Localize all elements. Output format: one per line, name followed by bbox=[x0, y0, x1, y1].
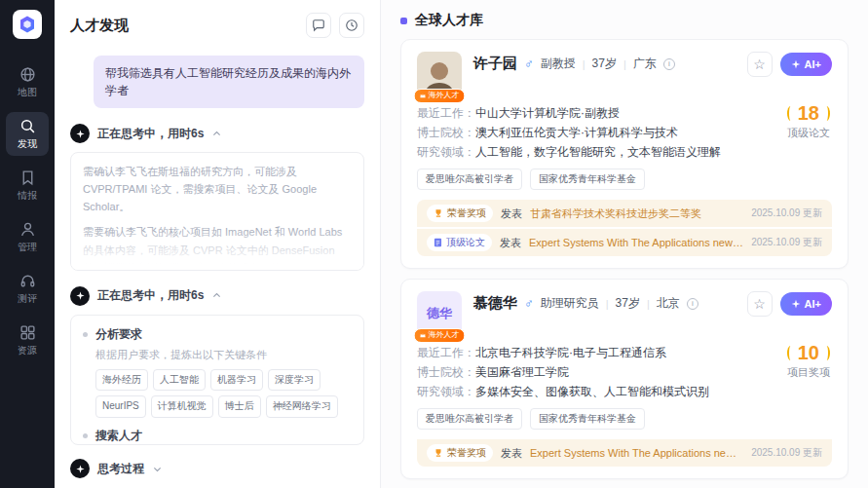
thinking-status-1: 正在思考中，用时6s bbox=[70, 124, 364, 143]
sidebar-item-intel[interactable]: 情报 bbox=[6, 164, 49, 207]
ai-avatar bbox=[70, 459, 90, 478]
sparkle-icon bbox=[791, 299, 801, 309]
honor-badge: 荣誉奖项 bbox=[427, 444, 493, 462]
highlight-row[interactable]: 荣誉奖项 发表 甘肃省科学技术奖科技进步奖二等奖 2025.10.09 更新 bbox=[417, 200, 832, 227]
highlight-time: 2025.10.09 更新 bbox=[751, 236, 822, 249]
talent-pool-panel: 全球人才库 海外人才 许子园 ♂ 副教授 bbox=[381, 0, 868, 488]
thinking-status-text: 正在思考中，用时6s bbox=[97, 287, 204, 304]
highlight-link[interactable]: 甘肃省科学技术奖科技进步奖二等奖 bbox=[530, 206, 743, 221]
metric-label: 项目奖项 bbox=[787, 365, 830, 380]
separator: | bbox=[623, 58, 626, 70]
recent-work-row: 最近工作：北京电子科技学院·电子与工程通信系 bbox=[417, 345, 729, 361]
ai-plus-button[interactable]: AI+ bbox=[780, 292, 832, 316]
phd-school-row: 博士院校：美国麻省理工学院 bbox=[417, 364, 729, 381]
highlight-link[interactable]: Expert Systems With The Applications new… bbox=[529, 236, 743, 250]
sidebar-item-label: 情报 bbox=[18, 189, 37, 203]
laurel-left-icon bbox=[787, 106, 794, 121]
keyword-chip: 神经网络学习 bbox=[266, 395, 338, 418]
thinking-paragraph: 需确认李飞飞在斯坦福的研究方向，可能涉及 CVPR/TPAMI 论文，需搜索项目… bbox=[83, 163, 352, 215]
research-field-row: 研究领域：多媒体安全、图像获取、人工智能和模式识别 bbox=[417, 384, 729, 400]
separator: | bbox=[583, 58, 585, 70]
crown-icon bbox=[420, 93, 427, 99]
keyword-chip: 博士后 bbox=[218, 395, 261, 418]
plan-step-search: 搜索人才 根据关键条件从人才库中筛选人才 bbox=[83, 427, 352, 445]
sidebar-item-map[interactable]: 地图 bbox=[6, 60, 49, 104]
message-icon bbox=[312, 19, 325, 32]
collapse-chevron-icon[interactable] bbox=[211, 129, 222, 139]
highlight-list: 荣誉奖项 发表 甘肃省科学技术奖科技进步奖二等奖 2025.10.09 更新 顶… bbox=[417, 200, 832, 256]
male-icon: ♂ bbox=[524, 56, 534, 71]
separator: | bbox=[647, 298, 650, 310]
highlight-action: 发表 bbox=[501, 206, 522, 221]
talent-name[interactable]: 许子园 bbox=[473, 55, 517, 73]
laurel-left-icon bbox=[787, 346, 794, 360]
highlight-link[interactable]: Expert Systems With The Applications new… bbox=[530, 446, 743, 461]
male-icon: ♂ bbox=[524, 296, 534, 311]
keyword-chip: 计算机视觉 bbox=[151, 395, 213, 418]
honor-badge: 荣誉奖项 bbox=[427, 205, 493, 222]
ai-avatar bbox=[70, 286, 90, 306]
step-bullet bbox=[83, 332, 88, 337]
thinking-process-toggle[interactable]: 思考过程 bbox=[70, 459, 364, 478]
bookmark-icon bbox=[19, 169, 36, 186]
sidebar-item-label: 地图 bbox=[18, 86, 37, 99]
talent-card[interactable]: 海外人才 许子园 ♂ 副教授 | 37岁 | 广东 i ☆ bbox=[400, 39, 849, 269]
thinking-status-text: 正在思考中，用时6s bbox=[97, 126, 204, 142]
honor-tag: 国家优秀青年科学基金 bbox=[530, 408, 645, 430]
trophy-icon bbox=[434, 208, 443, 218]
info-icon[interactable]: i bbox=[663, 58, 675, 70]
keyword-chip: 人工智能 bbox=[153, 369, 206, 392]
highlight-action: 发表 bbox=[501, 446, 522, 461]
sidebar-item-discover[interactable]: 发现 bbox=[6, 112, 49, 156]
talent-pool-header: 全球人才库 bbox=[400, 12, 849, 29]
logo-icon bbox=[18, 15, 37, 34]
new-chat-button[interactable] bbox=[306, 13, 331, 38]
highlight-row[interactable]: 顶级论文 发表 Expert Systems With The Applicat… bbox=[417, 229, 832, 256]
thinking-paragraph: 需要确认李飞飞的核心项目如 ImageNet 和 World Labs 的具体内… bbox=[83, 223, 352, 270]
metric-value: 10 bbox=[798, 342, 819, 364]
overseas-badge: 海外人才 bbox=[414, 89, 466, 103]
metric-label: 顶级论文 bbox=[787, 126, 830, 140]
app-logo[interactable] bbox=[13, 10, 42, 39]
user-icon bbox=[19, 221, 36, 238]
keyword-chip: 机器学习 bbox=[210, 369, 263, 392]
agent-panel-header: 人才发现 bbox=[70, 0, 364, 48]
thinking-status-2: 正在思考中，用时6s bbox=[70, 286, 364, 306]
expand-chevron-icon[interactable] bbox=[152, 464, 163, 474]
recent-work-row: 最近工作：中山大学计算机学院·副教授 bbox=[417, 105, 729, 122]
sidebar-item-resource[interactable]: 资源 bbox=[6, 319, 49, 362]
honor-tag: 爱思唯尔高被引学者 bbox=[417, 169, 522, 190]
highlight-time: 2025.10.09 更新 bbox=[751, 446, 822, 460]
headset-icon bbox=[19, 273, 36, 289]
user-message: 帮我筛选具有人工智能研究经历及成果的海内外学者 bbox=[94, 56, 364, 108]
info-icon[interactable]: i bbox=[687, 298, 698, 310]
sidebar-item-assess[interactable]: 测评 bbox=[6, 267, 49, 311]
favorite-button[interactable]: ☆ bbox=[747, 52, 773, 77]
sparkle-icon bbox=[791, 59, 801, 69]
research-field-row: 研究领域：人工智能，数字化智能研究，文本智能语义理解 bbox=[417, 144, 729, 161]
history-button[interactable] bbox=[339, 13, 364, 38]
sidebar-item-label: 管理 bbox=[18, 241, 37, 254]
talent-name[interactable]: 慕德华 bbox=[473, 294, 517, 313]
age: 37岁 bbox=[616, 295, 640, 312]
age: 37岁 bbox=[592, 56, 617, 72]
search-icon bbox=[19, 118, 36, 134]
metric-block: 10 项目奖项 bbox=[787, 342, 830, 380]
grid-icon bbox=[19, 324, 36, 341]
thinking-content-1: 需确认李飞飞在斯坦福的研究方向，可能涉及 CVPR/TPAMI 论文，需搜索项目… bbox=[70, 152, 364, 271]
step-bullet bbox=[83, 433, 88, 438]
step-title: 搜索人才 bbox=[95, 427, 142, 445]
separator: | bbox=[606, 298, 609, 310]
talent-card[interactable]: 德华 海外人才 慕德华 ♂ 助理研究员 | 37岁 | 北京 i bbox=[400, 279, 849, 479]
honor-tag: 爱思唯尔高被引学者 bbox=[417, 408, 522, 430]
ai-plus-button[interactable]: AI+ bbox=[780, 53, 832, 76]
map-icon bbox=[19, 66, 36, 83]
crown-icon bbox=[420, 332, 427, 339]
sidebar-item-label: 资源 bbox=[18, 344, 37, 357]
collapse-chevron-icon[interactable] bbox=[211, 290, 222, 301]
highlight-row[interactable]: 荣誉奖项 发表 Expert Systems With The Applicat… bbox=[417, 439, 832, 467]
favorite-button[interactable]: ☆ bbox=[747, 291, 773, 317]
sidebar-item-manage[interactable]: 管理 bbox=[6, 215, 49, 259]
ai-avatar bbox=[70, 124, 90, 143]
location: 北京 bbox=[657, 295, 680, 312]
